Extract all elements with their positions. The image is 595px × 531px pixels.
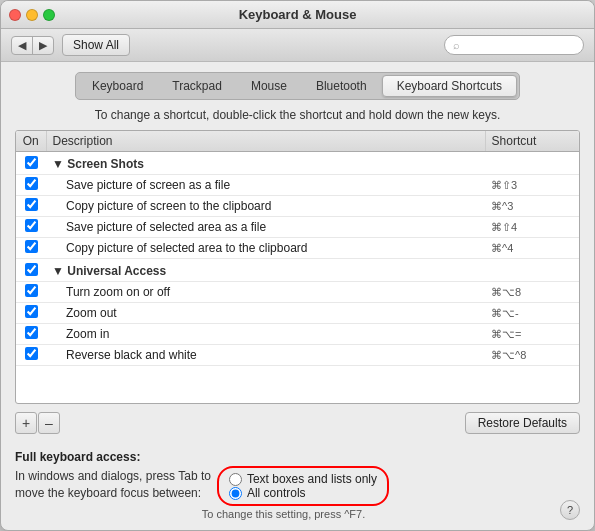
row-checkbox[interactable]	[16, 217, 46, 238]
col-description: Description	[46, 131, 485, 152]
table-row: Copy picture of selected area to the cli…	[16, 238, 579, 259]
nav-back-button[interactable]: ◀	[12, 37, 33, 54]
minimize-button[interactable]	[26, 9, 38, 21]
row-checkbox[interactable]	[16, 303, 46, 324]
col-shortcut: Shortcut	[485, 131, 579, 152]
checkbox[interactable]	[25, 263, 38, 276]
remove-shortcut-button[interactable]: –	[38, 412, 60, 434]
shortcuts-table-container: On Description Shortcut ▼ Screen Shots	[15, 130, 580, 404]
checkbox[interactable]	[25, 347, 38, 360]
search-box: ⌕	[444, 35, 584, 55]
col-on: On	[16, 131, 46, 152]
checkbox[interactable]	[25, 284, 38, 297]
fka-radio-group: Text boxes and lists only All controls	[221, 468, 385, 504]
row-shortcut: ⌘⌥8	[485, 282, 579, 303]
checkbox[interactable]	[25, 240, 38, 253]
tab-mouse[interactable]: Mouse	[237, 75, 301, 97]
row-description: Copy picture of screen to the clipboard	[46, 196, 485, 217]
checkbox[interactable]	[25, 305, 38, 318]
table-row: ▼ Universal Access	[16, 259, 579, 282]
restore-defaults-button[interactable]: Restore Defaults	[465, 412, 580, 434]
table-row: Save picture of selected area as a file …	[16, 217, 579, 238]
tab-keyboard[interactable]: Keyboard	[78, 75, 157, 97]
row-checkbox[interactable]	[16, 282, 46, 303]
fka-radio2[interactable]	[229, 487, 242, 500]
content-area: Keyboard Trackpad Mouse Bluetooth Keyboa…	[1, 62, 594, 530]
help-button[interactable]: ?	[560, 500, 580, 520]
checkbox[interactable]	[25, 198, 38, 211]
shortcuts-table: On Description Shortcut ▼ Screen Shots	[16, 131, 579, 366]
row-shortcut: ⌘⌥-	[485, 303, 579, 324]
search-input[interactable]	[463, 38, 575, 52]
fka-label1: Text boxes and lists only	[247, 472, 377, 486]
table-row: Reverse black and white ⌘⌥^8	[16, 345, 579, 366]
fka-title: Full keyboard access:	[15, 450, 552, 464]
row-description: ▼ Screen Shots	[46, 152, 485, 175]
row-description: ▼ Universal Access	[46, 259, 485, 282]
fka-main: Full keyboard access: In windows and dia…	[15, 450, 552, 520]
row-description: Zoom in	[46, 324, 485, 345]
fka-bottom: Full keyboard access: In windows and dia…	[15, 450, 580, 520]
row-shortcut: ⌘⇧4	[485, 217, 579, 238]
table-row: Zoom out ⌘⌥-	[16, 303, 579, 324]
checkbox[interactable]	[25, 326, 38, 339]
row-shortcut	[485, 152, 579, 175]
table-header-row: On Description Shortcut	[16, 131, 579, 152]
toolbar: ◀ ▶ Show All ⌕	[1, 29, 594, 62]
row-checkbox[interactable]	[16, 238, 46, 259]
row-description: Copy picture of selected area to the cli…	[46, 238, 485, 259]
nav-forward-button[interactable]: ▶	[33, 37, 53, 54]
row-checkbox[interactable]	[16, 324, 46, 345]
checkbox[interactable]	[25, 219, 38, 232]
row-checkbox[interactable]	[16, 175, 46, 196]
traffic-lights	[9, 9, 55, 21]
info-text: To change a shortcut, double-click the s…	[15, 108, 580, 122]
row-checkbox[interactable]	[16, 152, 46, 175]
tab-bar: Keyboard Trackpad Mouse Bluetooth Keyboa…	[75, 72, 520, 100]
row-shortcut: ⌘⇧3	[485, 175, 579, 196]
close-button[interactable]	[9, 9, 21, 21]
row-shortcut: ⌘^4	[485, 238, 579, 259]
table-scroll[interactable]: On Description Shortcut ▼ Screen Shots	[16, 131, 579, 403]
checkbox[interactable]	[25, 156, 38, 169]
window-title: Keyboard & Mouse	[239, 7, 357, 22]
titlebar: Keyboard & Mouse	[1, 1, 594, 29]
row-description: Reverse black and white	[46, 345, 485, 366]
tab-keyboard-shortcuts[interactable]: Keyboard Shortcuts	[382, 75, 517, 97]
tab-bluetooth[interactable]: Bluetooth	[302, 75, 381, 97]
table-controls: + – Restore Defaults	[15, 412, 580, 434]
search-icon: ⌕	[453, 39, 460, 51]
fka-section: Full keyboard access: In windows and dia…	[15, 442, 580, 520]
fka-description: In windows and dialogs, press Tab to mov…	[15, 468, 211, 502]
row-checkbox[interactable]	[16, 345, 46, 366]
fka-option2: All controls	[229, 486, 377, 500]
show-all-button[interactable]: Show All	[62, 34, 130, 56]
row-checkbox[interactable]	[16, 196, 46, 217]
row-description: Turn zoom on or off	[46, 282, 485, 303]
app-window: Keyboard & Mouse ◀ ▶ Show All ⌕ Keyboard…	[0, 0, 595, 531]
row-description: Zoom out	[46, 303, 485, 324]
fka-option1: Text boxes and lists only	[229, 472, 377, 486]
table-row: Zoom in ⌘⌥=	[16, 324, 579, 345]
tab-trackpad[interactable]: Trackpad	[158, 75, 236, 97]
row-shortcut	[485, 259, 579, 282]
table-row: Copy picture of screen to the clipboard …	[16, 196, 579, 217]
fka-label2: All controls	[247, 486, 306, 500]
nav-buttons: ◀ ▶	[11, 36, 54, 55]
table-row: ▼ Screen Shots	[16, 152, 579, 175]
fka-radio1[interactable]	[229, 473, 242, 486]
fka-hint: To change this setting, press ^F7.	[15, 508, 552, 520]
row-shortcut: ⌘⌥=	[485, 324, 579, 345]
row-checkbox[interactable]	[16, 259, 46, 282]
row-description: Save picture of screen as a file	[46, 175, 485, 196]
table-row: Save picture of screen as a file ⌘⇧3	[16, 175, 579, 196]
add-shortcut-button[interactable]: +	[15, 412, 37, 434]
row-description: Save picture of selected area as a file	[46, 217, 485, 238]
table-row: Turn zoom on or off ⌘⌥8	[16, 282, 579, 303]
row-shortcut: ⌘^3	[485, 196, 579, 217]
row-shortcut: ⌘⌥^8	[485, 345, 579, 366]
checkbox[interactable]	[25, 177, 38, 190]
maximize-button[interactable]	[43, 9, 55, 21]
